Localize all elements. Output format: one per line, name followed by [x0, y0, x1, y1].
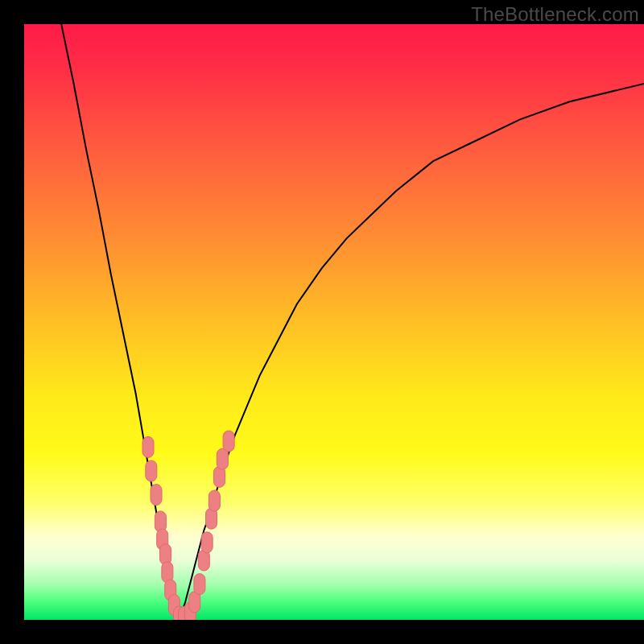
data-marker [146, 460, 157, 481]
data-marker [217, 448, 228, 469]
chart-frame: TheBottleneck.com [0, 0, 644, 644]
data-marker [201, 532, 213, 553]
data-marker [208, 490, 220, 511]
plot-area [24, 24, 644, 620]
data-marker [194, 574, 205, 595]
curve-layer [24, 24, 644, 620]
curve-right-branch [180, 84, 645, 620]
data-marker [142, 436, 154, 457]
data-marker [223, 431, 234, 452]
data-marker [151, 485, 162, 506]
watermark-text: TheBottleneck.com [471, 3, 639, 26]
